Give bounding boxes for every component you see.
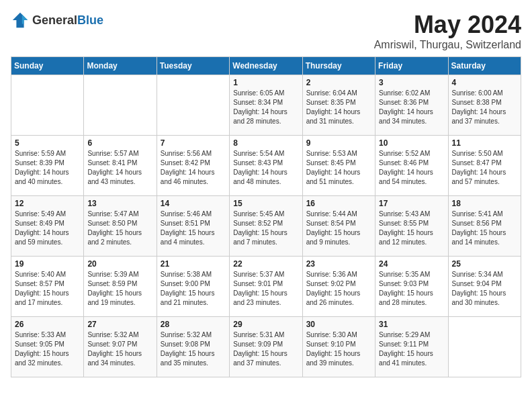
weekday-header-thursday: Thursday [302, 57, 375, 75]
calendar-cell: 22Sunrise: 5:37 AM Sunset: 9:01 PM Dayli… [230, 257, 302, 317]
calendar-cell: 8Sunrise: 5:54 AM Sunset: 8:43 PM Daylig… [230, 136, 302, 196]
day-info: Sunrise: 6:00 AM Sunset: 8:38 PM Dayligh… [452, 89, 517, 126]
day-number: 8 [233, 138, 298, 148]
calendar-cell: 17Sunrise: 5:43 AM Sunset: 8:55 PM Dayli… [375, 196, 448, 257]
day-info: Sunrise: 5:39 AM Sunset: 8:59 PM Dayligh… [87, 270, 152, 308]
day-info: Sunrise: 5:46 AM Sunset: 8:51 PM Dayligh… [161, 210, 226, 247]
calendar-cell [84, 75, 157, 136]
calendar-cell: 1Sunrise: 6:05 AM Sunset: 8:34 PM Daylig… [230, 75, 302, 136]
title-block: May 2024 Amriswil, Thurgau, Switzerland [374, 11, 521, 51]
calendar-cell: 10Sunrise: 5:52 AM Sunset: 8:46 PM Dayli… [375, 136, 448, 196]
day-info: Sunrise: 5:43 AM Sunset: 8:55 PM Dayligh… [379, 210, 444, 247]
calendar-cell: 27Sunrise: 5:32 AM Sunset: 9:07 PM Dayli… [84, 317, 157, 377]
day-number: 4 [452, 78, 517, 87]
calendar-cell: 4Sunrise: 6:00 AM Sunset: 8:38 PM Daylig… [448, 75, 521, 136]
day-number: 5 [15, 138, 80, 148]
weekday-header-monday: Monday [84, 57, 157, 75]
logo-text-blue: Blue [77, 13, 103, 27]
day-info: Sunrise: 5:32 AM Sunset: 9:08 PM Dayligh… [161, 330, 226, 368]
day-number: 14 [161, 199, 226, 208]
day-info: Sunrise: 5:36 AM Sunset: 9:02 PM Dayligh… [306, 270, 371, 308]
day-number: 9 [306, 138, 371, 148]
day-info: Sunrise: 5:32 AM Sunset: 9:07 PM Dayligh… [87, 330, 152, 368]
logo-icon [11, 11, 30, 30]
day-number: 28 [161, 320, 226, 329]
calendar-cell: 20Sunrise: 5:39 AM Sunset: 8:59 PM Dayli… [84, 257, 157, 317]
calendar-week-row: 1Sunrise: 6:05 AM Sunset: 8:34 PM Daylig… [11, 75, 521, 136]
calendar-cell [448, 317, 521, 377]
day-number: 2 [306, 78, 371, 87]
day-info: Sunrise: 5:50 AM Sunset: 8:47 PM Dayligh… [452, 149, 517, 187]
day-info: Sunrise: 5:31 AM Sunset: 9:09 PM Dayligh… [233, 330, 298, 368]
location-title: Amriswil, Thurgau, Switzerland [374, 39, 521, 51]
calendar-cell: 26Sunrise: 5:33 AM Sunset: 9:05 PM Dayli… [11, 317, 84, 377]
calendar-cell: 9Sunrise: 5:53 AM Sunset: 8:45 PM Daylig… [302, 136, 375, 196]
calendar-cell: 28Sunrise: 5:32 AM Sunset: 9:08 PM Dayli… [157, 317, 229, 377]
page-header: GeneralBlue May 2024 Amriswil, Thurgau, … [11, 11, 521, 51]
calendar-week-row: 5Sunrise: 5:59 AM Sunset: 8:39 PM Daylig… [11, 136, 521, 196]
day-info: Sunrise: 5:33 AM Sunset: 9:05 PM Dayligh… [15, 330, 80, 368]
day-info: Sunrise: 5:37 AM Sunset: 9:01 PM Dayligh… [233, 270, 298, 308]
day-info: Sunrise: 5:56 AM Sunset: 8:42 PM Dayligh… [161, 149, 226, 187]
day-number: 30 [306, 320, 371, 329]
day-number: 7 [161, 138, 226, 148]
weekday-header-row: SundayMondayTuesdayWednesdayThursdayFrid… [11, 57, 521, 75]
logo-text-general: General [32, 13, 77, 27]
day-number: 13 [87, 199, 152, 208]
logo: GeneralBlue [11, 11, 103, 30]
day-info: Sunrise: 5:35 AM Sunset: 9:03 PM Dayligh… [379, 270, 444, 308]
day-number: 10 [379, 138, 444, 148]
day-info: Sunrise: 5:47 AM Sunset: 8:50 PM Dayligh… [87, 210, 152, 247]
calendar-cell: 11Sunrise: 5:50 AM Sunset: 8:47 PM Dayli… [448, 136, 521, 196]
day-info: Sunrise: 5:52 AM Sunset: 8:46 PM Dayligh… [379, 149, 444, 187]
day-number: 1 [233, 78, 298, 87]
calendar-cell: 21Sunrise: 5:38 AM Sunset: 9:00 PM Dayli… [157, 257, 229, 317]
day-info: Sunrise: 6:05 AM Sunset: 8:34 PM Dayligh… [233, 89, 298, 126]
weekday-header-saturday: Saturday [448, 57, 521, 75]
calendar-cell: 15Sunrise: 5:45 AM Sunset: 8:52 PM Dayli… [230, 196, 302, 257]
day-info: Sunrise: 5:38 AM Sunset: 9:00 PM Dayligh… [161, 270, 226, 308]
calendar-cell: 6Sunrise: 5:57 AM Sunset: 8:41 PM Daylig… [84, 136, 157, 196]
calendar-cell: 29Sunrise: 5:31 AM Sunset: 9:09 PM Dayli… [230, 317, 302, 377]
day-info: Sunrise: 5:53 AM Sunset: 8:45 PM Dayligh… [306, 149, 371, 187]
calendar-cell: 12Sunrise: 5:49 AM Sunset: 8:49 PM Dayli… [11, 196, 84, 257]
day-number: 19 [15, 259, 80, 269]
calendar-cell: 2Sunrise: 6:04 AM Sunset: 8:35 PM Daylig… [302, 75, 375, 136]
day-number: 16 [306, 199, 371, 208]
calendar-cell: 13Sunrise: 5:47 AM Sunset: 8:50 PM Dayli… [84, 196, 157, 257]
calendar-table: SundayMondayTuesdayWednesdayThursdayFrid… [11, 56, 521, 377]
weekday-header-friday: Friday [375, 57, 448, 75]
day-number: 31 [379, 320, 444, 329]
calendar-cell: 14Sunrise: 5:46 AM Sunset: 8:51 PM Dayli… [157, 196, 229, 257]
weekday-header-wednesday: Wednesday [230, 57, 302, 75]
day-number: 12 [15, 199, 80, 208]
calendar-cell: 7Sunrise: 5:56 AM Sunset: 8:42 PM Daylig… [157, 136, 229, 196]
day-info: Sunrise: 5:54 AM Sunset: 8:43 PM Dayligh… [233, 149, 298, 187]
day-number: 21 [161, 259, 226, 269]
calendar-cell: 25Sunrise: 5:34 AM Sunset: 9:04 PM Dayli… [448, 257, 521, 317]
day-number: 17 [379, 199, 444, 208]
day-info: Sunrise: 5:40 AM Sunset: 8:57 PM Dayligh… [15, 270, 80, 308]
calendar-week-row: 12Sunrise: 5:49 AM Sunset: 8:49 PM Dayli… [11, 196, 521, 257]
calendar-cell: 23Sunrise: 5:36 AM Sunset: 9:02 PM Dayli… [302, 257, 375, 317]
calendar-cell: 24Sunrise: 5:35 AM Sunset: 9:03 PM Dayli… [375, 257, 448, 317]
day-number: 29 [233, 320, 298, 329]
day-number: 3 [379, 78, 444, 87]
day-number: 26 [15, 320, 80, 329]
day-number: 24 [379, 259, 444, 269]
day-info: Sunrise: 5:49 AM Sunset: 8:49 PM Dayligh… [15, 210, 80, 247]
day-number: 25 [452, 259, 517, 269]
day-info: Sunrise: 6:04 AM Sunset: 8:35 PM Dayligh… [306, 89, 371, 126]
day-info: Sunrise: 5:30 AM Sunset: 9:10 PM Dayligh… [306, 330, 371, 368]
calendar-cell: 5Sunrise: 5:59 AM Sunset: 8:39 PM Daylig… [11, 136, 84, 196]
day-info: Sunrise: 5:29 AM Sunset: 9:11 PM Dayligh… [379, 330, 444, 368]
day-info: Sunrise: 5:41 AM Sunset: 8:56 PM Dayligh… [452, 210, 517, 247]
calendar-cell: 30Sunrise: 5:30 AM Sunset: 9:10 PM Dayli… [302, 317, 375, 377]
calendar-week-row: 19Sunrise: 5:40 AM Sunset: 8:57 PM Dayli… [11, 257, 521, 317]
calendar-cell: 31Sunrise: 5:29 AM Sunset: 9:11 PM Dayli… [375, 317, 448, 377]
day-info: Sunrise: 5:34 AM Sunset: 9:04 PM Dayligh… [452, 270, 517, 308]
day-number: 20 [87, 259, 152, 269]
calendar-cell: 19Sunrise: 5:40 AM Sunset: 8:57 PM Dayli… [11, 257, 84, 317]
month-title: May 2024 [374, 11, 521, 39]
day-number: 27 [87, 320, 152, 329]
